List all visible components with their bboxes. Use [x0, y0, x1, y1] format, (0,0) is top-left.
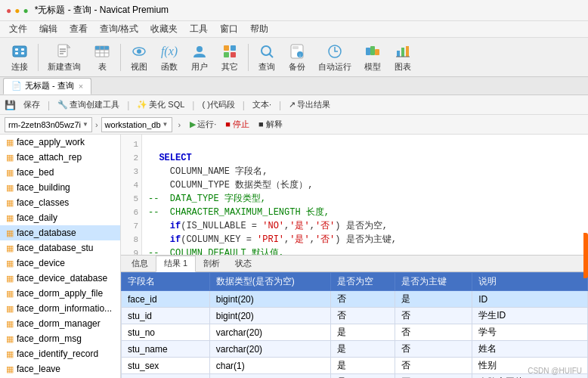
cell-comment: 学号	[472, 324, 588, 341]
sql-editor[interactable]: 1 2 3 4 5 6 7 8 9 SELECT COLUMN_NAME 字段名…	[121, 135, 588, 256]
toolbar-function[interactable]: f(x) 函数	[156, 41, 183, 74]
toolbar-autorun[interactable]: 自动运行	[314, 41, 356, 74]
sidebar-item-face-device-database[interactable]: ▦ face_device_database	[0, 271, 120, 286]
sidebar-item-face-dorm-apply-file[interactable]: ▦ face_dorm_apply_file	[0, 286, 120, 301]
table-icon-sm: ▦	[6, 213, 14, 223]
table-icon-sm: ▦	[6, 228, 14, 238]
toolbar-other[interactable]: 其它	[216, 41, 243, 74]
backup-icon: ↓	[288, 42, 306, 60]
toolbar-table-label: 表	[98, 61, 107, 73]
svg-text:↓: ↓	[299, 52, 302, 57]
beautify-icon: ✨	[137, 100, 147, 110]
table-row[interactable]: face_id bigint(20) 否 是 ID	[122, 291, 588, 308]
orange-tab-indicator	[583, 233, 588, 278]
cell-field: stu_name	[122, 341, 210, 358]
toolbar-user[interactable]: 用户	[186, 41, 213, 74]
table-icon-sm: ▦	[6, 243, 14, 253]
menu-edit[interactable]: 编辑	[33, 21, 63, 37]
toolbar-chart[interactable]: 图表	[389, 41, 416, 74]
sidebar-item-face-dorm-information[interactable]: ▦ face_dorm_informatio...	[0, 301, 120, 316]
db-arrow-icon: ▼	[162, 121, 169, 128]
query-builder-btn[interactable]: 🔧 查询创建工具	[53, 98, 124, 112]
table-icon-sm: ▦	[6, 334, 14, 344]
results-tab-info[interactable]: 信息	[124, 256, 156, 272]
table-icon-sm: ▦	[6, 289, 14, 299]
code-segment-btn[interactable]: ( )代码段	[197, 98, 239, 112]
table-icon-sm: ▦	[6, 183, 14, 193]
database-label: workstation_db	[105, 120, 161, 129]
toolbar-query[interactable]: 查询	[253, 41, 280, 74]
connection-dropdown[interactable]: rm-2zetn83n05wz7i ▼	[5, 117, 92, 132]
col-header-nullable: 是否为空	[330, 273, 395, 291]
model-icon	[364, 42, 382, 60]
toolbar-table[interactable]: 表	[88, 41, 116, 74]
table-row[interactable]: stu_sex char(1) 是 否 性别	[122, 358, 588, 374]
sql-code-content[interactable]: SELECT COLUMN_NAME 字段名, COLUMN_TYPE 数据类型…	[142, 135, 403, 256]
database-dropdown[interactable]: workstation_db ▼	[101, 117, 172, 132]
sidebar-item-face-database-stu[interactable]: ▦ face_database_stu	[0, 240, 120, 256]
cell-type: varchar(100)	[209, 374, 330, 379]
svg-point-16	[137, 49, 141, 54]
sidebar-item-face-leave[interactable]: ▦ face_leave	[0, 361, 120, 376]
cell-field: stu_id	[122, 308, 210, 324]
run-btn[interactable]: ▶ 运行·	[187, 118, 219, 131]
table-row[interactable]: stu_id bigint(20) 否 否 学生ID	[122, 308, 588, 324]
menu-tools[interactable]: 工具	[184, 21, 214, 37]
toolbar-backup[interactable]: ↓ 备份	[283, 41, 311, 74]
sidebar-item-face-dorm-msg[interactable]: ▦ face_dorm_msg	[0, 331, 120, 346]
menu-favorites[interactable]: 收藏夹	[144, 21, 184, 37]
toolbar-model[interactable]: 模型	[359, 41, 386, 74]
table-row[interactable]: stu_name varchar(20) 是 否 姓名	[122, 341, 588, 358]
tab-query[interactable]: 📄 无标题 - 查询 ×	[3, 78, 91, 94]
svg-rect-10	[95, 46, 109, 50]
table-icon-sm: ▦	[6, 168, 14, 178]
table-row[interactable]: picture_id varchar(100) 是 否 人脸库图片ID	[122, 374, 588, 379]
export-result-btn[interactable]: ↗ 导出结果	[284, 98, 335, 112]
query-tab-icon: 📄	[11, 81, 22, 91]
toolbar-new-query[interactable]: 新建查询	[43, 41, 85, 74]
stop-btn[interactable]: ■ 停止	[222, 118, 252, 131]
menu-file[interactable]: 文件	[3, 21, 33, 37]
toolbar-connect-label: 连接	[11, 61, 28, 73]
chart-icon	[394, 42, 412, 60]
toolbar-connect[interactable]: 连接	[6, 41, 33, 74]
svg-rect-21	[231, 52, 236, 57]
tab-close[interactable]: ×	[79, 82, 83, 91]
cell-field: face_id	[122, 291, 210, 308]
table-icon-sm: ▦	[6, 153, 14, 163]
menu-view[interactable]: 查看	[63, 21, 94, 37]
cell-nullable: 是	[330, 358, 395, 374]
results-tab-clipping[interactable]: 剖析	[196, 256, 227, 272]
sidebar-item-face-attach-rep[interactable]: ▦ face_attach_rep	[0, 150, 120, 165]
menu-window[interactable]: 窗口	[214, 21, 244, 37]
sidebar-item-face-bed[interactable]: ▦ face_bed	[0, 165, 120, 180]
svg-rect-19	[231, 45, 236, 51]
menu-query-format[interactable]: 查询/格式	[94, 21, 144, 37]
results-tab-result1[interactable]: 结果 1	[156, 256, 196, 272]
col-header-comment: 说明	[472, 273, 588, 291]
autorun-icon	[326, 42, 344, 60]
query-builder-icon: 🔧	[57, 100, 68, 110]
explain-btn[interactable]: ■ 解释	[255, 118, 286, 131]
beautify-btn[interactable]: ✨ 美化 SQL	[132, 98, 189, 112]
cell-pk: 否	[395, 308, 472, 324]
sidebar-item-face-device[interactable]: ▦ face_device	[0, 256, 120, 271]
results-tab-status[interactable]: 状态	[227, 256, 259, 272]
export-icon: ↗	[289, 100, 296, 110]
conn-sep: ›	[178, 120, 181, 129]
cell-pk: 否	[395, 374, 472, 379]
sidebar-item-face-database[interactable]: ▦ face_database	[0, 225, 120, 240]
toolbar: 连接 新建查询 表 视图 f(x) 函数 用户 其它	[0, 38, 588, 77]
sidebar-item-face-building[interactable]: ▦ face_building	[0, 180, 120, 195]
svg-rect-31	[375, 49, 379, 55]
sidebar-item-face-apply-work[interactable]: ▦ face_apply_work	[0, 135, 120, 150]
sidebar-item-face-dorm-manager[interactable]: ▦ face_dorm_manager	[0, 316, 120, 331]
toolbar-view[interactable]: 视图	[125, 41, 153, 74]
table-row[interactable]: stu_no varchar(20) 是 否 学号	[122, 324, 588, 341]
save-btn[interactable]: 保存	[19, 98, 45, 112]
menu-help[interactable]: 帮助	[244, 21, 274, 37]
sidebar-item-face-daily[interactable]: ▦ face_daily	[0, 210, 120, 225]
sidebar-item-face-identify-record[interactable]: ▦ face_identify_record	[0, 346, 120, 361]
sidebar-item-face-classes[interactable]: ▦ face_classes	[0, 195, 120, 210]
text-btn[interactable]: 文本·	[248, 98, 276, 112]
